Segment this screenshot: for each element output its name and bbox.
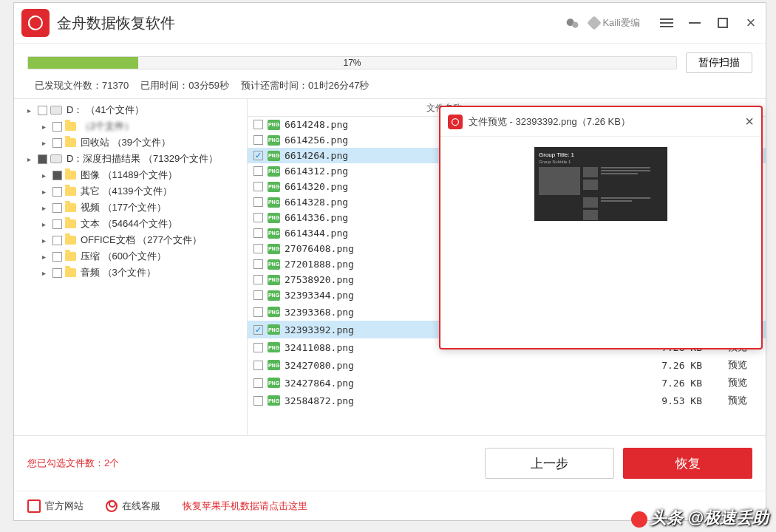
vip-icon [588,16,602,30]
file-checkbox[interactable] [253,228,263,238]
expand-icon[interactable]: ▸ [42,188,51,196]
file-checkbox[interactable] [253,275,263,284]
expand-icon[interactable]: ▸ [42,269,51,277]
folder-tree[interactable]: ▸D： （41个文件）▸ （2个文件）▸回收站 （39个文件）▸D：深度扫描结果… [14,99,248,435]
file-checkbox[interactable] [253,182,263,191]
official-site-link[interactable]: 官方网站 [27,499,84,513]
tree-label: 其它 （4139个文件） [81,185,172,198]
preview-body: Group Title: 1 Group Subtitle 1 [440,137,761,231]
tree-checkbox[interactable] [52,236,62,245]
expand-icon[interactable]: ▸ [42,220,51,228]
file-checkbox[interactable] [253,259,263,269]
folder-icon [65,122,76,131]
username: Kaili爱编 [602,16,640,30]
tree-item[interactable]: ▸压缩 （600个文件） [14,248,247,265]
file-checkbox[interactable] [253,396,263,406]
pause-scan-button[interactable]: 暂停扫描 [686,52,752,73]
tree-checkbox[interactable] [38,154,47,164]
png-icon: PNG [268,307,280,317]
tree-checkbox[interactable] [52,203,62,213]
preview-close-button[interactable]: × [745,113,754,130]
tree-item[interactable]: ▸D： （41个文件） [14,102,247,118]
file-name: 32427864.png [285,378,634,389]
file-checkbox[interactable] [253,120,263,129]
png-icon: PNG [268,259,280,270]
wechat-icon[interactable] [565,16,579,30]
tree-item[interactable]: ▸其它 （4139个文件） [14,183,247,200]
file-checkbox[interactable] [253,244,263,253]
tree-item[interactable]: ▸OFFICE文档 （277个文件） [14,232,247,248]
tree-checkbox[interactable] [52,187,62,197]
png-icon: PNG [268,197,280,208]
png-icon: PNG [268,324,280,335]
progress-bar: 17% [27,56,677,69]
file-checkbox[interactable]: ✓ [253,151,263,160]
png-icon: PNG [268,166,280,177]
file-checkbox[interactable] [253,378,263,388]
file-row[interactable]: PNG32427080.png7.26 KB预览 [248,356,766,374]
file-checkbox[interactable] [253,290,263,300]
file-checkbox[interactable] [253,307,263,317]
expand-icon[interactable]: ▸ [27,155,36,163]
footer: 您已勾选文件数：2个 上一步 恢复 [14,435,766,491]
file-checkbox[interactable] [253,197,263,207]
file-checkbox[interactable] [253,166,263,176]
online-service-link[interactable]: 在线客服 [106,499,160,513]
expand-icon[interactable]: ▸ [42,236,51,245]
disk-icon [50,106,62,115]
recover-button[interactable]: 恢复 [623,448,752,479]
file-checkbox[interactable]: ✓ [253,325,263,335]
tree-item[interactable]: ▸D：深度扫描结果 （71329个文件） [14,151,247,167]
tree-checkbox[interactable] [52,268,62,278]
tree-checkbox[interactable] [52,219,62,229]
tree-item[interactable]: ▸回收站 （39个文件） [14,134,247,151]
tree-checkbox[interactable] [52,138,62,148]
close-button[interactable]: × [743,16,758,30]
file-checkbox[interactable] [253,213,263,222]
preview-link[interactable]: 预览 [715,358,760,372]
tree-label: 视频 （177个文件） [81,201,166,214]
folder-icon [65,203,76,212]
tree-label: 回收站 （39个文件） [81,136,171,149]
app-logo-icon [21,9,50,37]
file-row[interactable]: PNG32427864.png7.26 KB预览 [248,374,766,392]
minimize-button[interactable] [687,16,702,30]
tree-checkbox[interactable] [52,252,62,262]
preview-header: 文件预览 - 32393392.png（7.26 KB） × [440,107,761,137]
svg-point-2 [573,22,579,28]
tree-item[interactable]: ▸文本 （54644个文件） [14,216,247,232]
expand-icon[interactable]: ▸ [27,106,36,115]
menu-button[interactable] [659,16,674,30]
progress-fill [28,57,138,69]
iphone-recovery-link[interactable]: 恢复苹果手机数据请点击这里 [183,499,307,513]
tree-label: 图像 （11489个文件） [81,168,177,182]
tree-checkbox[interactable] [38,106,47,115]
site-icon [27,499,41,513]
tree-item[interactable]: ▸视频 （177个文件） [14,200,247,216]
file-checkbox[interactable] [253,135,263,145]
expand-icon[interactable]: ▸ [42,253,51,261]
file-checkbox[interactable] [253,343,263,352]
folder-icon [65,252,76,261]
file-row[interactable]: PNG32584872.png9.53 KB预览 [248,392,766,409]
folder-icon [65,187,76,196]
tree-item[interactable]: ▸ （2个文件） [14,118,247,134]
prev-button[interactable]: 上一步 [485,448,614,479]
expand-icon[interactable]: ▸ [42,139,51,147]
tree-item[interactable]: ▸音频 （3个文件） [14,265,247,281]
expand-icon[interactable]: ▸ [42,171,51,180]
tree-checkbox[interactable] [52,122,62,132]
tree-checkbox[interactable] [52,171,62,180]
preview-link[interactable]: 预览 [715,394,760,407]
expand-icon[interactable]: ▸ [42,123,51,131]
maximize-button[interactable] [715,16,730,30]
file-checkbox[interactable] [253,361,263,370]
folder-icon [65,236,76,245]
preview-link[interactable]: 预览 [715,376,760,389]
png-icon: PNG [268,360,280,370]
tree-item[interactable]: ▸图像 （11489个文件） [14,167,247,183]
tree-label: D： （41个文件） [67,103,144,117]
disk-icon [50,154,62,163]
user-badge[interactable]: Kaili爱编 [589,16,640,30]
expand-icon[interactable]: ▸ [42,204,51,212]
